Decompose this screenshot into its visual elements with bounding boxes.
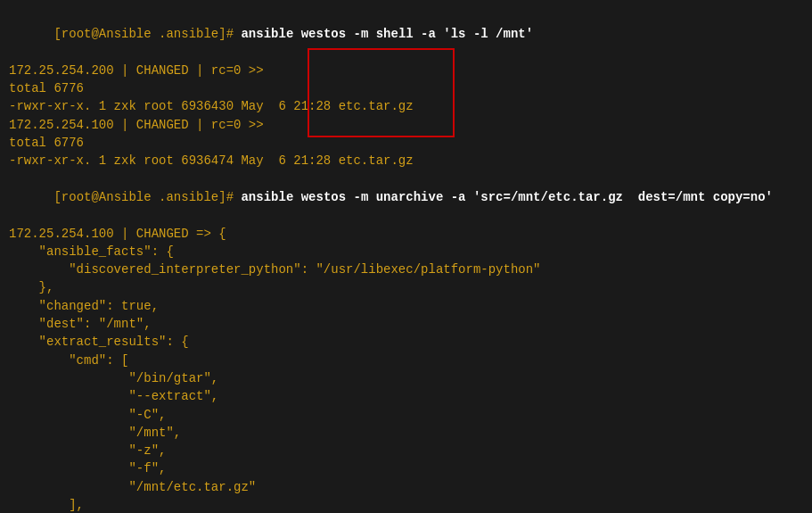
- command-line-2: [root@Ansible .ansible]# ansible westos …: [9, 170, 803, 225]
- output-line-12: "dest": "/mnt",: [9, 315, 803, 333]
- output-line-15: "/bin/gtar",: [9, 369, 803, 387]
- output-line-19: "-z",: [9, 442, 803, 459]
- output-line-7: 172.25.254.100 | CHANGED => {: [9, 225, 803, 243]
- output-line-4: 172.25.254.100 | CHANGED | rc=0 >>: [9, 116, 803, 134]
- output-line-6: -rwxr-xr-x. 1 zxk root 6936474 May 6 21:…: [9, 152, 803, 170]
- output-line-8: "ansible_facts": {: [9, 243, 803, 261]
- output-line-5: total 6776: [9, 134, 803, 152]
- terminal-window: [root@Ansible .ansible]# ansible westos …: [0, 0, 812, 513]
- output-line-9: "discovered_interpreter_python": "/usr/l…: [9, 261, 803, 278]
- output-line-18: "/mnt",: [9, 424, 803, 442]
- command-line-1: [root@Ansible .ansible]# ansible westos …: [9, 7, 803, 62]
- output-line-10: },: [9, 278, 803, 296]
- output-line-16: "--extract",: [9, 387, 803, 405]
- output-line-1: 172.25.254.200 | CHANGED | rc=0 >>: [9, 62, 803, 79]
- output-line-2: total 6776: [9, 79, 803, 97]
- output-line-22: ],: [9, 496, 803, 513]
- output-line-13: "extract_results": {: [9, 333, 803, 351]
- output-line-21: "/mnt/etc.tar.gz": [9, 478, 803, 496]
- output-line-20: "-f",: [9, 459, 803, 477]
- terminal-content: [root@Ansible .ansible]# ansible westos …: [9, 7, 803, 513]
- output-line-17: "-C",: [9, 406, 803, 424]
- output-line-3: -rwxr-xr-x. 1 zxk root 6936430 May 6 21:…: [9, 97, 803, 115]
- output-line-14: "cmd": [: [9, 352, 803, 369]
- output-line-11: "changed": true,: [9, 297, 803, 315]
